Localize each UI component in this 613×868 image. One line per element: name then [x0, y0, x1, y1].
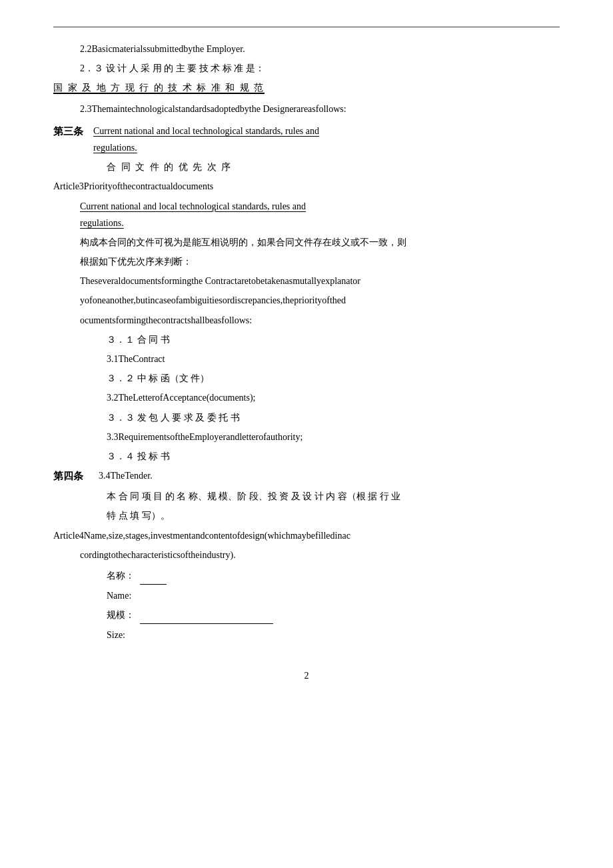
item-3-2-en: 3.2TheLetterofAcceptance(documents);	[107, 389, 560, 406]
document-page: 2.2Basicmaterialssubmittedbythe Employer…	[0, 0, 613, 868]
article3-repeat-line1: Current national and local technological…	[80, 198, 560, 215]
item-3-2-zh: ３．２ 中 标 函（文 件）	[107, 370, 560, 387]
line-2-3-en: 2.3Themaintechnologicalstandardsadoptedb…	[80, 101, 560, 117]
top-border-line	[53, 27, 560, 27]
line-2-3-zh: 2．３ 设 计 人 采 用 的 主 要 技 术 标 准 是：	[80, 60, 560, 77]
item-3-3-en: 3.3RequirementsoftheEmployerandletterofa…	[107, 429, 560, 445]
article-4-row: 第四条 3.4TheTender.	[53, 467, 560, 485]
item-3-3-zh: ３．３ 发 包 人 要 求 及 委 托 书	[107, 409, 560, 426]
article3-content-line1: Current national and local technological…	[93, 123, 560, 139]
article4-en2: cordingtothecharacteristicsoftheindustry…	[80, 547, 560, 563]
article4-content: 3.4TheTender.	[99, 467, 153, 484]
item-3-1-zh: ３．１ 合 同 书	[107, 331, 560, 348]
paragraph-zh2: 根据如下优先次序来判断：	[80, 253, 560, 270]
article3-repeat-block: Current national and local technological…	[80, 198, 560, 231]
item-3-4-zh: ３．４ 投 标 书	[107, 448, 560, 465]
article-3-row: 第三条 Current national and local technolog…	[53, 123, 560, 156]
paragraph-en1: Theseveraldocumentsformingthe Contractar…	[80, 273, 560, 289]
size-row-en: Size:	[107, 627, 560, 643]
size-row-zh: 规模：	[107, 607, 560, 624]
page-number: 2	[53, 671, 560, 681]
article4-en1: Article4Name,size,stages,investmentandco…	[53, 527, 560, 544]
article3-zh: 合 同 文 件 的 优 先 次 序	[107, 159, 560, 175]
size-field	[140, 607, 273, 624]
article3-repeat-line2: regulations.	[80, 215, 560, 231]
name-row-en: Name:	[107, 587, 560, 604]
paragraph-zh1: 构成本合同的文件可视为是能互相说明的，如果合同文件存在歧义或不一致，则	[80, 234, 560, 251]
article4-zh1: 本 合 同 项 目 的 名 称、规 模、阶 段、投 资 及 设 计 内 容（根 …	[107, 488, 560, 505]
name-row-zh: 名称：	[107, 567, 560, 585]
paragraph-en3: ocumentsformingthecontractshallbeasfollo…	[80, 312, 560, 329]
article3-en: Article3Priorityofthecontractualdocument…	[53, 178, 560, 195]
section-underline-block: 国 家 及 地 方 现 行 的 技 术 标 准 和 规 范	[53, 79, 560, 96]
paragraph-en2: yofoneanother,butincaseofambiguitiesordi…	[80, 292, 560, 309]
article4-zh2: 特 点 填 写）。	[107, 507, 560, 524]
document-content: 2.2Basicmaterialssubmittedbythe Employer…	[53, 41, 560, 644]
article3-content-line2: regulations.	[93, 139, 560, 156]
item-3-1-en: 3.1TheContract	[107, 351, 560, 367]
line-2-2: 2.2Basicmaterialssubmittedbythe Employer…	[80, 41, 560, 57]
name-field	[140, 567, 167, 585]
